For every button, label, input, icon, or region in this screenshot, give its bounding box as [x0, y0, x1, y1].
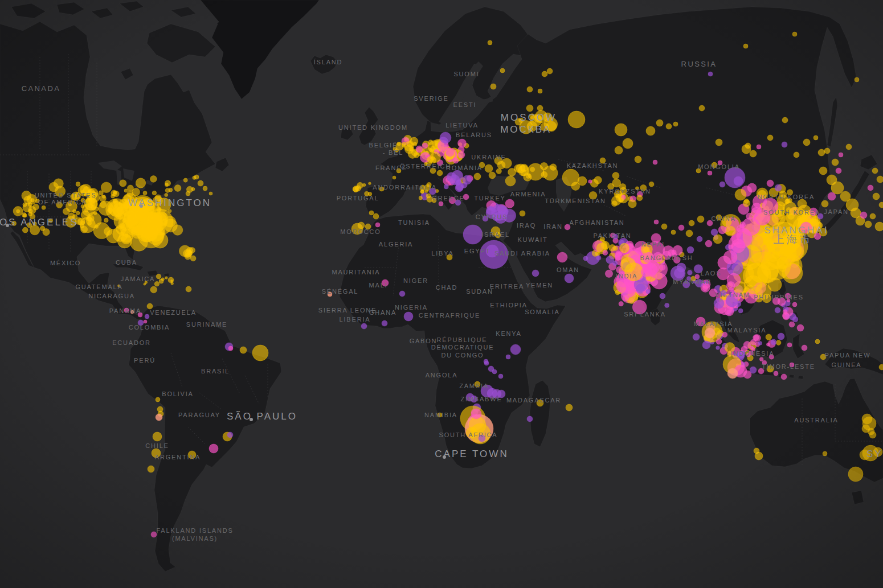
data-bubble[interactable]: [643, 247, 649, 253]
data-bubble[interactable]: [588, 180, 592, 183]
data-bubble[interactable]: [496, 168, 501, 174]
data-bubble[interactable]: [22, 227, 28, 233]
data-bubble[interactable]: [797, 324, 804, 331]
data-bubble[interactable]: [485, 165, 493, 172]
data-bubble[interactable]: [660, 293, 665, 299]
data-bubble[interactable]: [846, 144, 852, 150]
data-bubble[interactable]: [144, 320, 147, 323]
data-bubble[interactable]: [766, 334, 772, 340]
data-bubble[interactable]: [174, 185, 181, 192]
data-bubble[interactable]: [497, 161, 505, 169]
data-bubble[interactable]: [72, 209, 76, 213]
data-bubble[interactable]: [458, 139, 467, 147]
data-bubble[interactable]: [774, 371, 778, 376]
data-bubble[interactable]: [111, 194, 115, 198]
data-bubble[interactable]: [603, 250, 608, 256]
data-bubble[interactable]: [596, 256, 601, 260]
data-bubble[interactable]: [722, 332, 727, 337]
data-bubble[interactable]: [557, 252, 567, 262]
data-bubble[interactable]: [824, 148, 830, 154]
data-bubble[interactable]: [399, 291, 405, 297]
data-bubble[interactable]: [621, 257, 636, 272]
data-bubble[interactable]: [869, 431, 876, 438]
data-bubble[interactable]: [23, 203, 27, 207]
data-bubble[interactable]: [463, 175, 472, 184]
data-bubble[interactable]: [619, 302, 623, 306]
data-bubble[interactable]: [104, 218, 109, 223]
data-bubble[interactable]: [159, 279, 163, 283]
data-bubble[interactable]: [203, 186, 207, 191]
data-bubble[interactable]: [150, 176, 157, 183]
data-bubble[interactable]: [646, 289, 651, 294]
data-bubble[interactable]: [792, 32, 797, 36]
data-bubble[interactable]: [240, 347, 247, 353]
data-bubble[interactable]: [427, 157, 434, 163]
data-bubble[interactable]: [755, 452, 763, 460]
data-bubble[interactable]: [88, 203, 93, 208]
data-bubble[interactable]: [605, 270, 612, 277]
data-bubble[interactable]: [95, 207, 99, 211]
data-bubble[interactable]: [823, 451, 827, 456]
data-bubble[interactable]: [775, 307, 780, 313]
data-bubble[interactable]: [132, 188, 140, 196]
data-bubble[interactable]: [750, 367, 757, 373]
data-bubble[interactable]: [107, 229, 121, 243]
data-bubble[interactable]: [422, 143, 428, 149]
data-bubble[interactable]: [147, 303, 153, 309]
data-bubble[interactable]: [619, 198, 623, 202]
data-bubble[interactable]: [471, 409, 481, 419]
data-bubble[interactable]: [711, 229, 718, 236]
data-bubble[interactable]: [705, 328, 715, 338]
data-bubble[interactable]: [782, 142, 787, 147]
data-bubble[interactable]: [666, 124, 672, 129]
data-bubble[interactable]: [455, 184, 463, 192]
data-bubble[interactable]: [562, 169, 579, 186]
data-bubble[interactable]: [768, 278, 782, 291]
data-bubble[interactable]: [186, 191, 190, 196]
data-bubble[interactable]: [382, 320, 387, 326]
data-bubble[interactable]: [815, 339, 820, 344]
data-bubble[interactable]: [369, 211, 374, 215]
data-bubble[interactable]: [353, 186, 359, 192]
data-bubble[interactable]: [742, 145, 751, 154]
data-bubble[interactable]: [646, 126, 655, 135]
data-bubble[interactable]: [87, 216, 92, 221]
data-bubble[interactable]: [458, 151, 465, 158]
data-bubble[interactable]: [76, 211, 80, 215]
data-bubble[interactable]: [803, 139, 810, 146]
data-bubble[interactable]: [665, 303, 669, 308]
data-bubble[interactable]: [671, 230, 676, 235]
data-bubble[interactable]: [527, 87, 533, 92]
data-bubble[interactable]: [848, 467, 863, 482]
data-bubble[interactable]: [42, 205, 46, 209]
data-bubble[interactable]: [725, 307, 734, 316]
data-bubble[interactable]: [623, 138, 633, 149]
data-bubble[interactable]: [532, 270, 539, 277]
data-bubble[interactable]: [750, 150, 757, 157]
data-bubble[interactable]: [101, 182, 112, 193]
data-bubble[interactable]: [818, 149, 825, 156]
data-bubble[interactable]: [165, 277, 168, 279]
data-bubble[interactable]: [654, 220, 659, 224]
data-bubble[interactable]: [782, 117, 788, 123]
data-bubble[interactable]: [565, 274, 574, 283]
data-bubble[interactable]: [361, 323, 367, 329]
data-bubble[interactable]: [538, 89, 542, 93]
data-bubble[interactable]: [165, 194, 168, 197]
data-bubble[interactable]: [620, 243, 629, 253]
data-bubble[interactable]: [677, 263, 686, 272]
data-bubble[interactable]: [635, 156, 641, 163]
data-bubble[interactable]: [439, 202, 443, 206]
data-bubble[interactable]: [723, 250, 737, 264]
data-bubble[interactable]: [578, 176, 587, 186]
data-bubble[interactable]: [88, 221, 92, 225]
data-bubble[interactable]: [76, 182, 80, 187]
data-bubble[interactable]: [697, 236, 702, 242]
data-bubble[interactable]: [416, 146, 423, 153]
data-bubble[interactable]: [754, 335, 761, 342]
data-bubble[interactable]: [693, 334, 700, 340]
data-bubble[interactable]: [750, 346, 753, 349]
data-bubble[interactable]: [743, 44, 748, 48]
data-bubble[interactable]: [186, 286, 191, 292]
data-bubble[interactable]: [865, 221, 872, 228]
